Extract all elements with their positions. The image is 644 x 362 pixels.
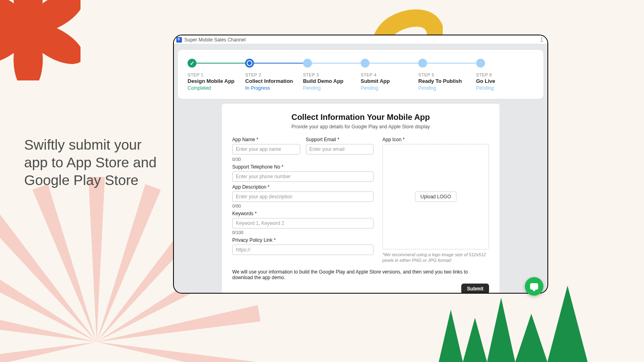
step-number-label: STEP 5 (418, 72, 476, 77)
step-status: Pending (361, 85, 418, 91)
support-phone-label: Support Telephone No * (232, 164, 374, 170)
step-number-label: STEP 6 (476, 72, 534, 77)
app-name-counter: 0/30 (232, 157, 374, 162)
step-dot-icon (303, 59, 312, 68)
svg-marker-18 (463, 318, 487, 362)
svg-marker-15 (0, 305, 98, 350)
keywords-label: Keywords * (232, 211, 374, 216)
step-number-label: STEP 1 (188, 72, 245, 77)
form-title: Collect Information Your Mobile App (232, 113, 489, 122)
app-icon-note: *We recommend using a logo image size of… (382, 252, 489, 263)
step-status: Completed (188, 85, 245, 91)
step-6[interactable]: STEP 6Go LivePending (476, 59, 534, 91)
step-dot-icon (188, 59, 196, 68)
step-number-label: STEP 2 (245, 72, 303, 77)
step-status: Pending (418, 85, 476, 91)
svg-marker-19 (487, 298, 515, 362)
step-3[interactable]: STEP 3Build Demo AppPending (303, 59, 361, 91)
svg-marker-17 (439, 310, 463, 362)
step-status: Pending (476, 85, 534, 91)
step-title: Go Live (476, 78, 534, 84)
step-dot-icon (476, 59, 485, 68)
step-connector (196, 63, 245, 64)
app-name-input[interactable] (232, 144, 300, 154)
step-4[interactable]: STEP 4Submit AppPending (361, 59, 418, 91)
upload-logo-button[interactable]: Upload LOGO (415, 191, 456, 202)
step-2[interactable]: STEP 2Collect InformationIn Progress (245, 59, 303, 91)
chat-fab-button[interactable] (525, 277, 543, 296)
svg-marker-16 (0, 334, 98, 362)
svg-marker-14 (0, 252, 101, 349)
step-1[interactable]: STEP 1Design Mobile AppCompleted (188, 59, 245, 91)
progress-stepper: STEP 1Design Mobile AppCompletedSTEP 2Co… (178, 50, 543, 99)
step-number-label: STEP 4 (361, 72, 418, 77)
step-status: Pending (303, 85, 361, 91)
support-phone-input[interactable] (232, 171, 374, 182)
svg-marker-12 (33, 184, 105, 345)
privacy-input[interactable] (232, 245, 374, 255)
step-dot-icon (245, 59, 254, 68)
step-connector (427, 63, 476, 64)
step-dot-icon (361, 59, 369, 68)
form-subtitle: Provide your app details for Google Play… (232, 124, 489, 130)
collect-info-form: Collect Information Your Mobile App Prov… (222, 104, 500, 294)
step-5[interactable]: STEP 5Ready To PublishPending (418, 59, 476, 91)
step-title: Design Mobile App (188, 78, 245, 84)
svg-marker-21 (547, 286, 588, 362)
decor-flower-icon (0, 0, 80, 80)
step-title: Ready To Publish (418, 78, 476, 84)
step-title: Submit App (361, 78, 418, 84)
support-email-label: Support Email * (306, 137, 374, 142)
step-connector (254, 63, 303, 64)
form-notice: We will use your information to build th… (232, 269, 489, 280)
app-title: Super Mobile Sales Channel (184, 37, 246, 43)
svg-marker-6 (89, 177, 105, 342)
app-icon-label: App Icon * (382, 137, 489, 142)
description-label: App Description * (232, 184, 374, 190)
pin-icon[interactable] (539, 37, 544, 43)
step-connector (312, 63, 361, 64)
step-title: Collect Information (245, 78, 303, 84)
keywords-input[interactable] (232, 218, 374, 228)
svg-marker-13 (0, 210, 103, 347)
description-input[interactable] (232, 191, 374, 202)
app-icon-upload-zone[interactable]: Upload LOGO (382, 144, 489, 249)
svg-marker-20 (515, 314, 547, 362)
svg-marker-11 (95, 334, 260, 362)
marketing-headline: Swiftly submit your app to App Store and… (24, 136, 161, 189)
app-logo-icon (176, 37, 182, 43)
decor-trees-icon (427, 282, 588, 362)
app-name-label: App Name * (232, 137, 300, 142)
svg-marker-7 (89, 184, 161, 345)
keywords-counter: 0/100 (232, 230, 374, 235)
support-email-input[interactable] (306, 144, 374, 154)
titlebar: Super Mobile Sales Channel (174, 35, 547, 44)
chat-icon (530, 283, 538, 290)
step-number-label: STEP 3 (303, 72, 361, 77)
step-title: Build Demo App (303, 78, 361, 84)
step-status: In Progress (245, 85, 303, 91)
submit-button[interactable]: Submit (461, 284, 489, 294)
app-window: Super Mobile Sales Channel STEP 1Design … (173, 35, 548, 294)
step-dot-icon (418, 59, 427, 68)
svg-marker-10 (95, 305, 260, 350)
privacy-label: Privacy Policy Link * (232, 237, 374, 243)
description-counter: 0/80 (232, 204, 374, 208)
step-connector (369, 63, 418, 64)
